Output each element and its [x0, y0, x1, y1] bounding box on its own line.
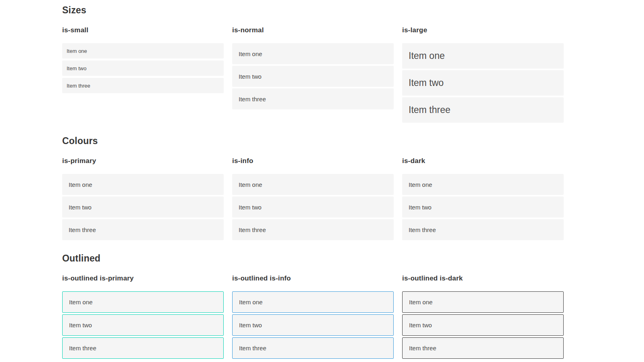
group-heading-is-info: is-info	[232, 157, 394, 165]
list-item[interactable]: Item three	[232, 88, 394, 109]
list-item[interactable]: Item two	[62, 61, 224, 76]
component-demo-page: Sizes is-small Item one Item two Item th…	[0, 0, 644, 360]
group-heading-is-normal: is-normal	[232, 26, 394, 34]
group-is-small: is-small Item one Item two Item three	[62, 16, 224, 95]
list-item[interactable]: Item two	[402, 314, 564, 336]
section-outlined: Outlined is-outlined is-primary Item one…	[62, 253, 644, 360]
list-item[interactable]: Item one	[232, 43, 394, 64]
list-is-normal: Item one Item two Item three	[232, 43, 394, 109]
list-is-outlined-is-dark: Item one Item two Item three	[402, 291, 564, 359]
list-item[interactable]: Item one	[402, 174, 564, 195]
list-item[interactable]: Item one	[62, 291, 224, 313]
list-item[interactable]: Item three	[62, 78, 224, 93]
group-is-dark: is-dark Item one Item two Item three	[402, 147, 564, 242]
group-is-normal: is-normal Item one Item two Item three	[232, 16, 394, 111]
list-item[interactable]: Item two	[232, 66, 394, 87]
list-item[interactable]: Item one	[232, 291, 394, 313]
list-item[interactable]: Item one	[232, 174, 394, 195]
list-item[interactable]: Item one	[62, 174, 224, 195]
list-item[interactable]: Item two	[232, 197, 394, 218]
group-is-primary: is-primary Item one Item two Item three	[62, 147, 224, 242]
list-is-outlined-is-primary: Item one Item two Item three	[62, 291, 224, 359]
list-is-dark: Item one Item two Item three	[402, 174, 564, 240]
section-sizes: Sizes is-small Item one Item two Item th…	[62, 4, 644, 124]
list-item[interactable]: Item three	[402, 97, 564, 123]
list-is-outlined-is-info: Item one Item two Item three	[232, 291, 394, 359]
group-is-outlined-is-dark: is-outlined is-dark Item one Item two It…	[402, 264, 564, 360]
group-is-info: is-info Item one Item two Item three	[232, 147, 394, 242]
list-item[interactable]: Item three	[62, 219, 224, 240]
list-item[interactable]: Item three	[402, 219, 564, 240]
group-is-large: is-large Item one Item two Item three	[402, 16, 564, 124]
section-colours: Colours is-primary Item one Item two Ite…	[62, 135, 644, 242]
section-heading-colours: Colours	[62, 135, 644, 147]
list-is-info: Item one Item two Item three	[232, 174, 394, 240]
list-item[interactable]: Item one	[402, 43, 564, 69]
group-is-outlined-is-info: is-outlined is-info Item one Item two It…	[232, 264, 394, 360]
section-heading-outlined: Outlined	[62, 253, 644, 264]
section-heading-sizes: Sizes	[62, 4, 644, 16]
group-heading-is-outlined-is-dark: is-outlined is-dark	[402, 274, 564, 282]
list-item[interactable]: Item three	[232, 219, 394, 240]
list-is-large: Item one Item two Item three	[402, 43, 564, 123]
list-item[interactable]: Item one	[402, 291, 564, 313]
group-heading-is-outlined-is-primary: is-outlined is-primary	[62, 274, 224, 282]
list-item[interactable]: Item two	[402, 70, 564, 96]
list-item[interactable]: Item one	[62, 43, 224, 59]
list-item[interactable]: Item three	[402, 337, 564, 359]
list-item[interactable]: Item three	[62, 337, 224, 359]
list-item[interactable]: Item two	[402, 197, 564, 218]
list-is-small: Item one Item two Item three	[62, 43, 224, 93]
group-heading-is-outlined-is-info: is-outlined is-info	[232, 274, 394, 282]
group-heading-is-primary: is-primary	[62, 157, 224, 165]
list-item[interactable]: Item two	[232, 314, 394, 336]
sizes-groups: is-small Item one Item two Item three is…	[62, 16, 644, 124]
outlined-groups: is-outlined is-primary Item one Item two…	[62, 264, 644, 360]
group-heading-is-small: is-small	[62, 26, 224, 34]
list-item[interactable]: Item two	[62, 197, 224, 218]
list-is-primary: Item one Item two Item three	[62, 174, 224, 240]
group-heading-is-large: is-large	[402, 26, 564, 34]
list-item[interactable]: Item three	[232, 337, 394, 359]
group-heading-is-dark: is-dark	[402, 157, 564, 165]
group-is-outlined-is-primary: is-outlined is-primary Item one Item two…	[62, 264, 224, 360]
colours-groups: is-primary Item one Item two Item three …	[62, 147, 644, 242]
list-item[interactable]: Item two	[62, 314, 224, 336]
